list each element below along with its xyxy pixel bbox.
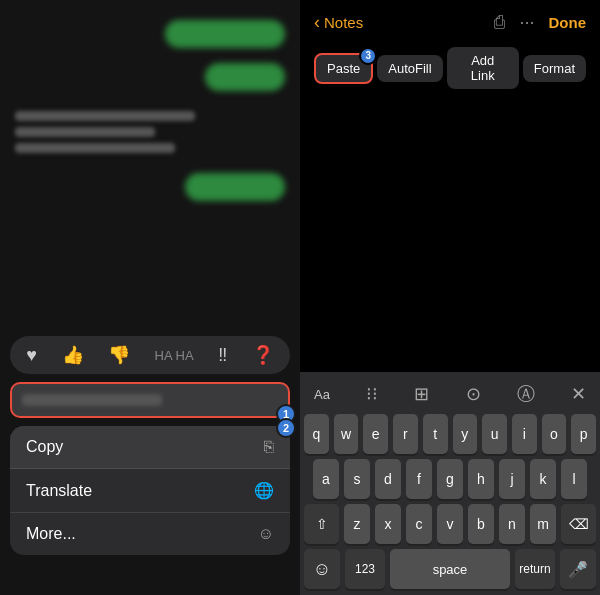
key-k[interactable]: k [530, 459, 556, 499]
key-n[interactable]: n [499, 504, 525, 544]
aa-key[interactable]: Aa [314, 387, 330, 402]
chat-bubble [165, 20, 285, 48]
key-p[interactable]: p [571, 414, 596, 454]
chat-text-line [15, 143, 175, 153]
delete-key[interactable]: ⌫ [561, 504, 596, 544]
key-y[interactable]: y [453, 414, 478, 454]
autofill-button[interactable]: AutoFill [377, 55, 442, 82]
key-f[interactable]: f [406, 459, 432, 499]
back-button[interactable]: ‹ Notes [314, 12, 363, 33]
autofill-label: AutoFill [388, 61, 431, 76]
question-emoji[interactable]: ❓ [252, 344, 274, 366]
key-row-2: a s d f g h j k l [304, 459, 596, 499]
heart-emoji[interactable]: ♥ [26, 345, 37, 366]
done-button[interactable]: Done [549, 14, 587, 31]
share-icon[interactable]: ⎙ [494, 12, 505, 33]
copy-menu-item[interactable]: Copy ⎘ [10, 426, 290, 469]
chat-text-line [15, 111, 195, 121]
numbers-key[interactable]: 123 [345, 549, 385, 589]
key-b[interactable]: b [468, 504, 494, 544]
key-v[interactable]: v [437, 504, 463, 544]
chat-text-area [15, 111, 285, 153]
key-d[interactable]: d [375, 459, 401, 499]
thumbsup-emoji[interactable]: 👍 [62, 344, 84, 366]
badge-2: 2 [276, 418, 296, 438]
notes-content[interactable] [300, 97, 600, 372]
thumbsdown-emoji[interactable]: 👎 [108, 344, 130, 366]
close-kb-key[interactable]: ✕ [571, 383, 586, 405]
haha-emoji[interactable]: HA HA [155, 348, 194, 363]
translate-menu-item[interactable]: Translate 🌐 [10, 469, 290, 513]
format-label: Format [534, 61, 575, 76]
menu-items: Copy ⎘ Translate 🌐 More... ☺ [10, 426, 290, 555]
addlink-label: Add Link [471, 53, 495, 83]
shift-key[interactable]: ⇧ [304, 504, 339, 544]
copy-icon: ⎘ [264, 438, 274, 456]
selected-bubble-container: 1 [10, 382, 290, 418]
top-bar-actions: ⎙ ··· Done [494, 12, 586, 33]
key-g[interactable]: g [437, 459, 463, 499]
paste-label: Paste [327, 61, 360, 76]
translate-label: Translate [26, 482, 92, 500]
key-w[interactable]: w [334, 414, 359, 454]
more-icon: ☺ [258, 525, 274, 543]
key-q[interactable]: q [304, 414, 329, 454]
context-menu: ♥ 👍 👎 HA HA ‼️ ❓ 1 2 Copy ⎘ Translate [10, 336, 290, 555]
key-h[interactable]: h [468, 459, 494, 499]
key-j[interactable]: j [499, 459, 525, 499]
selected-text [22, 394, 162, 406]
key-row-4: ☺ 123 space return 🎤 [304, 549, 596, 589]
chat-bubble [205, 63, 285, 91]
circle-a-key[interactable]: Ⓐ [517, 382, 535, 406]
back-label: Notes [324, 14, 363, 31]
emoji-reactions: ♥ 👍 👎 HA HA ‼️ ❓ [10, 336, 290, 374]
key-i[interactable]: i [512, 414, 537, 454]
format-key[interactable]: ⁝⁝ [366, 383, 378, 405]
badge-3: 3 [359, 47, 377, 65]
key-row-3: ⇧ z x c v b n m ⌫ [304, 504, 596, 544]
left-panel: ♥ 👍 👎 HA HA ‼️ ❓ 1 2 Copy ⎘ Translate [0, 0, 300, 595]
key-l[interactable]: l [561, 459, 587, 499]
return-key[interactable]: return [515, 549, 555, 589]
key-r[interactable]: r [393, 414, 418, 454]
camera-key[interactable]: ⊙ [466, 383, 481, 405]
keyboard-toolbar: Aa ⁝⁝ ⊞ ⊙ Ⓐ ✕ [304, 378, 596, 414]
key-u[interactable]: u [482, 414, 507, 454]
key-x[interactable]: x [375, 504, 401, 544]
chat-area [0, 0, 300, 380]
key-s[interactable]: s [344, 459, 370, 499]
emoji-key[interactable]: ☺ [304, 549, 340, 589]
keyboard: Aa ⁝⁝ ⊞ ⊙ Ⓐ ✕ q w e r t y u i o p a s d … [300, 372, 600, 595]
selected-bubble [10, 382, 290, 418]
mic-key[interactable]: 🎤 [560, 549, 596, 589]
exclaim-emoji[interactable]: ‼️ [218, 345, 227, 366]
right-panel: ‹ Notes ⎙ ··· Done Paste 3 AutoFill Add … [300, 0, 600, 595]
top-bar: ‹ Notes ⎙ ··· Done [300, 0, 600, 41]
key-z[interactable]: z [344, 504, 370, 544]
format-button[interactable]: Format [523, 55, 586, 82]
key-e[interactable]: e [363, 414, 388, 454]
more-menu-item[interactable]: More... ☺ [10, 513, 290, 555]
more-label: More... [26, 525, 76, 543]
key-c[interactable]: c [406, 504, 432, 544]
paste-button[interactable]: Paste 3 [314, 53, 373, 84]
toolbar: Paste 3 AutoFill Add Link Format [300, 41, 600, 97]
space-key[interactable]: space [390, 549, 510, 589]
key-a[interactable]: a [313, 459, 339, 499]
menu-items-wrapper: 2 Copy ⎘ Translate 🌐 More... ☺ [10, 426, 290, 555]
chat-bubble [185, 173, 285, 201]
table-key[interactable]: ⊞ [414, 383, 429, 405]
key-row-1: q w e r t y u i o p [304, 414, 596, 454]
key-t[interactable]: t [423, 414, 448, 454]
chat-text-line [15, 127, 155, 137]
back-chevron-icon: ‹ [314, 12, 320, 33]
key-o[interactable]: o [542, 414, 567, 454]
copy-label: Copy [26, 438, 63, 456]
more-options-icon[interactable]: ··· [519, 12, 534, 33]
translate-icon: 🌐 [254, 481, 274, 500]
add-link-button[interactable]: Add Link [447, 47, 519, 89]
key-m[interactable]: m [530, 504, 556, 544]
